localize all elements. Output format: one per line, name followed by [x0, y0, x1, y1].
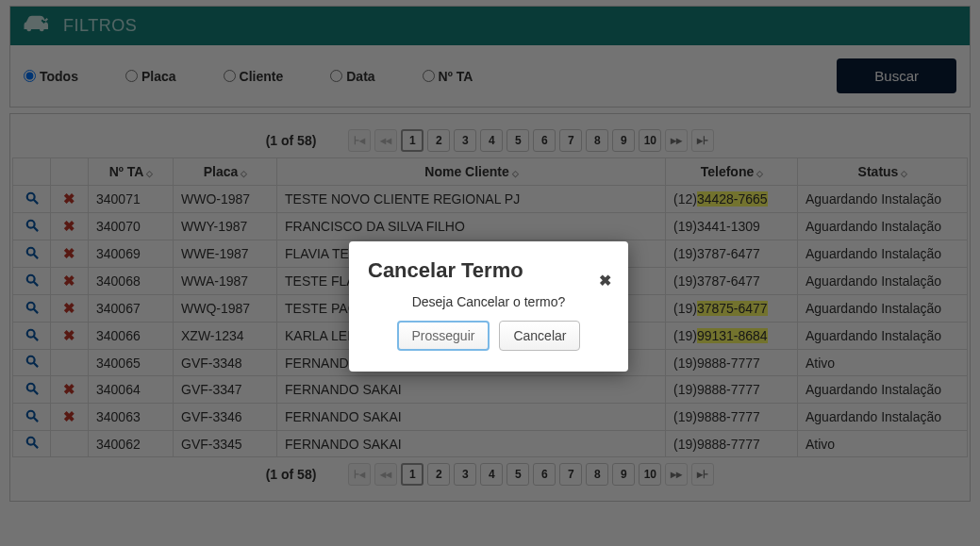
dialog-title: Cancelar Termo [349, 241, 628, 289]
dialog-message: Deseja Cancelar o termo? [387, 294, 590, 309]
close-icon[interactable]: ✖ [599, 272, 611, 290]
cancel-termo-dialog: Cancelar Termo ✖ Deseja Cancelar o termo… [349, 241, 628, 372]
proceed-button[interactable]: Prosseguir [397, 321, 490, 351]
cancel-button[interactable]: Cancelar [499, 321, 580, 351]
